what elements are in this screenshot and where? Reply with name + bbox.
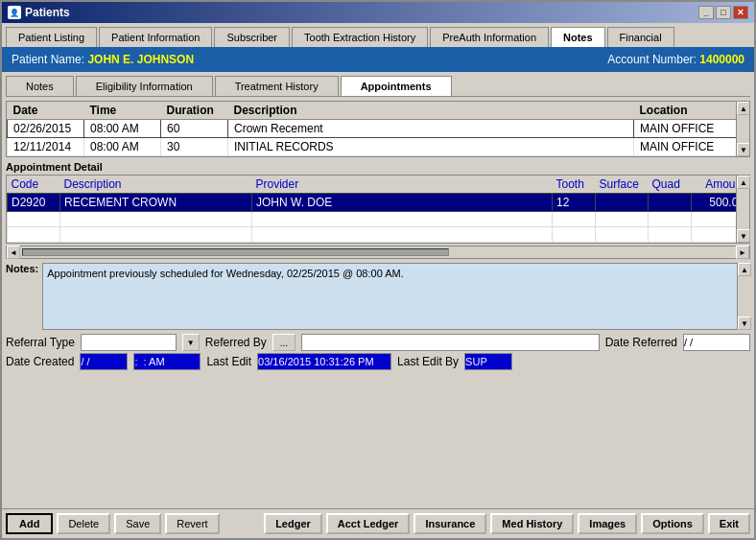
acct-ledger-button[interactable]: Acct Ledger (326, 513, 411, 534)
save-button[interactable]: Save (114, 513, 161, 534)
sub-tab-eligibility[interactable]: Eligibility Information (76, 76, 213, 96)
col-description: Description (228, 102, 634, 120)
hscroll-left-button[interactable]: ◄ (7, 246, 20, 259)
scroll-up-button[interactable]: ▲ (737, 102, 750, 115)
hscroll-container: ◄ ► (6, 246, 750, 259)
referred-by-browse-button[interactable]: ... (272, 334, 295, 351)
referral-type-input[interactable] (81, 334, 177, 351)
close-button[interactable]: ✕ (733, 6, 748, 19)
detail-table: Code Description Provider Tooth Surface … (7, 176, 749, 243)
detail-row[interactable] (8, 227, 749, 243)
date-created-time-input[interactable] (133, 353, 201, 370)
date-created-label: Date Created (6, 355, 74, 368)
tab-notes[interactable]: Notes (551, 27, 605, 47)
patient-name-field: Patient Name: JOHN E. JOHNSON (12, 53, 194, 66)
detail-col-quad: Quad (649, 176, 692, 194)
last-edit-label: Last Edit (206, 355, 251, 368)
tab-patient-listing[interactable]: Patient Listing (6, 27, 97, 47)
detail-col-surface: Surface (596, 176, 649, 194)
scroll-down-button[interactable]: ▼ (737, 143, 750, 156)
minimize-button[interactable]: _ (698, 6, 714, 19)
options-button[interactable]: Options (641, 513, 704, 534)
tab-patient-information[interactable]: Patient Information (99, 27, 212, 47)
add-button[interactable]: Add (6, 513, 53, 534)
revert-button[interactable]: Revert (165, 513, 219, 534)
account-number-label: Account Number: (607, 53, 697, 66)
detail-scroll-down-button[interactable]: ▼ (737, 229, 750, 243)
window-title: Patients (25, 6, 70, 19)
footer-fields-row: Date Created Last Edit Last Edit By (6, 353, 750, 370)
notes-scroll-down-button[interactable]: ▼ (738, 317, 751, 330)
detail-col-tooth: Tooth (553, 176, 596, 194)
notes-vscroll-bar: ▲ ▼ (737, 263, 750, 330)
account-number-value: 1400000 (699, 53, 744, 66)
detail-row[interactable] (8, 212, 749, 227)
notes-label: Notes: (6, 263, 38, 274)
detail-col-desc: Description (60, 176, 252, 194)
hscroll-track (22, 248, 734, 256)
tab-financial[interactable]: Financial (607, 27, 674, 47)
appointments-table-container: Date Time Duration Description Location … (6, 101, 750, 157)
table-row[interactable]: 02/26/2015 08:00 AM 60 Crown Recement MA… (8, 120, 749, 138)
col-date: Date (8, 102, 84, 120)
date-created-input[interactable] (80, 353, 128, 370)
referral-row: Referral Type ▼ Referred By ... Date Ref… (6, 334, 750, 351)
tab-preauth[interactable]: PreAuth Information (430, 27, 549, 47)
title-bar: 👤 Patients _ □ ✕ (2, 2, 754, 23)
notes-scroll-up-button[interactable]: ▲ (738, 263, 751, 276)
vscroll-bar: ▲ ▼ (736, 102, 749, 156)
detail-table-container: Code Description Provider Tooth Surface … (6, 175, 750, 244)
ledger-button[interactable]: Ledger (264, 513, 322, 534)
exit-button[interactable]: Exit (708, 513, 750, 534)
patient-header: Patient Name: JOHN E. JOHNSON Account Nu… (2, 47, 754, 72)
sub-tab-appointments[interactable]: Appointments (341, 76, 452, 96)
col-time: Time (84, 102, 161, 120)
insurance-button[interactable]: Insurance (413, 513, 486, 534)
sub-tab-treatment[interactable]: Treatment History (215, 76, 339, 96)
date-referred-input[interactable] (683, 334, 750, 351)
referred-by-label: Referred By (205, 336, 267, 349)
referral-type-label: Referral Type (6, 336, 75, 349)
last-edit-input[interactable] (257, 353, 391, 370)
tab-subscriber[interactable]: Subscriber (214, 27, 290, 47)
hscroll-thumb[interactable] (22, 248, 449, 256)
col-duration: Duration (161, 102, 228, 120)
date-referred-label: Date Referred (605, 336, 677, 349)
images-button[interactable]: Images (578, 513, 637, 534)
last-edit-by-label: Last Edit By (397, 355, 459, 368)
sub-tab-bar: Notes Eligibility Information Treatment … (6, 76, 750, 97)
delete-button[interactable]: Delete (57, 513, 110, 534)
detail-row[interactable]: D2920 RECEMENT CROWN JOHN W. DOE 12 500.… (8, 194, 749, 212)
hscroll-right-button[interactable]: ► (736, 246, 749, 259)
med-history-button[interactable]: Med History (490, 513, 574, 534)
tab-tooth-extraction[interactable]: Tooth Extraction History (292, 27, 428, 47)
table-row[interactable]: 12/11/2014 08:00 AM 30 INITIAL RECORDS M… (8, 138, 749, 156)
last-edit-by-input[interactable] (464, 353, 512, 370)
account-number-field: Account Number: 1400000 (607, 53, 744, 66)
col-location: Location (634, 102, 749, 120)
detail-scroll-up-button[interactable]: ▲ (737, 176, 750, 189)
appointment-detail-label: Appointment Detail (6, 161, 750, 173)
detail-col-provider: Provider (252, 176, 553, 194)
appointments-table: Date Time Duration Description Location … (7, 102, 749, 156)
detail-col-code: Code (8, 176, 60, 194)
patient-name-label: Patient Name: (12, 53, 84, 66)
maximize-button[interactable]: □ (716, 6, 731, 19)
appointment-detail-section: Appointment Detail Code Description Prov… (6, 161, 750, 263)
notes-section: Notes: Appointment previously scheduled … (6, 263, 750, 330)
patient-name-value: JOHN E. JOHNSON (87, 53, 194, 66)
app-icon: 👤 (8, 6, 21, 19)
referral-type-dropdown[interactable]: ▼ (182, 334, 200, 351)
notes-text[interactable]: Appointment previously scheduled for Wed… (42, 263, 750, 330)
main-tab-bar: Patient Listing Patient Information Subs… (2, 23, 754, 47)
action-bar: Add Delete Save Revert Ledger Acct Ledge… (2, 508, 754, 538)
detail-vscroll-bar: ▲ ▼ (736, 176, 749, 243)
sub-tab-notes[interactable]: Notes (6, 76, 74, 96)
main-window: 👤 Patients _ □ ✕ Patient Listing Patient… (0, 0, 756, 540)
referred-by-input[interactable] (301, 334, 600, 351)
